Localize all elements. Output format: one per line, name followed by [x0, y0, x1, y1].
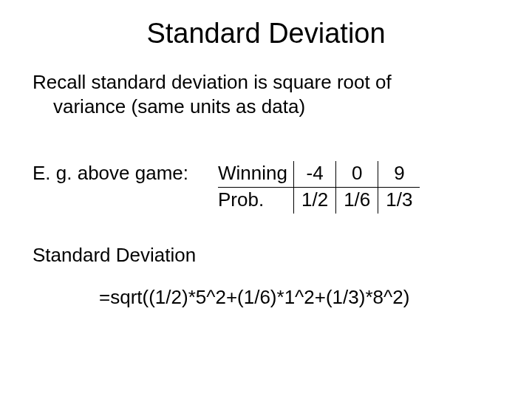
slide-body: Recall standard deviation is square root… — [0, 70, 532, 310]
winning-value-2: 0 — [336, 161, 378, 188]
winning-value-3: 9 — [378, 161, 420, 188]
slide: Standard Deviation Recall standard devia… — [0, 0, 532, 399]
table-row: Prob. 1/2 1/6 1/3 — [218, 187, 420, 214]
definition-paragraph: Recall standard deviation is square root… — [33, 70, 499, 120]
example-row: E. g. above game: Winning -4 0 9 Prob. 1… — [33, 161, 499, 214]
prob-label: Prob. — [218, 187, 293, 214]
table-row: Winning -4 0 9 — [218, 161, 420, 188]
definition-line1: Recall standard deviation is square root… — [33, 71, 392, 93]
distribution-table: Winning -4 0 9 Prob. 1/2 1/6 1/3 — [218, 161, 420, 214]
standard-deviation-formula: =sqrt((1/2)*5^2+(1/6)*1^2+(1/3)*8^2) — [33, 285, 499, 310]
example-label: E. g. above game: — [33, 161, 218, 185]
prob-value-3: 1/3 — [378, 187, 420, 214]
prob-value-2: 1/6 — [336, 187, 378, 214]
winning-value-1: -4 — [293, 161, 335, 188]
standard-deviation-label: Standard Deviation — [33, 243, 499, 267]
winning-label: Winning — [218, 161, 293, 188]
prob-value-1: 1/2 — [293, 187, 335, 214]
slide-title: Standard Deviation — [0, 0, 532, 50]
definition-line2: variance (same units as data) — [33, 95, 499, 119]
